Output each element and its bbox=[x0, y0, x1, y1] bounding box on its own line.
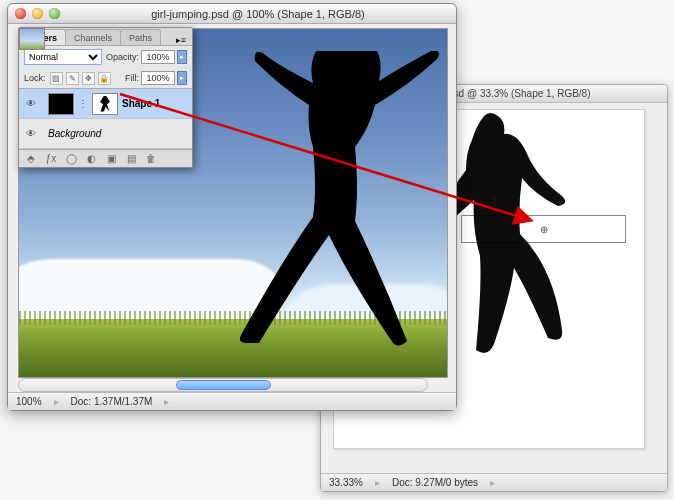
layer-thumbnail[interactable] bbox=[19, 28, 45, 50]
layer-row-shape[interactable]: 👁 ⋮ Shape 1 bbox=[19, 89, 192, 119]
zoom-button[interactable] bbox=[49, 8, 60, 19]
layer-name[interactable]: Shape 1 bbox=[122, 98, 160, 109]
blend-mode-select[interactable]: Normal bbox=[24, 49, 102, 65]
scrollbar-thumb[interactable] bbox=[176, 380, 271, 390]
close-button[interactable] bbox=[15, 8, 26, 19]
shape-silhouette bbox=[219, 51, 448, 378]
tab-paths[interactable]: Paths bbox=[120, 29, 161, 45]
opacity-stepper[interactable]: ▸ bbox=[177, 50, 187, 64]
lock-buttons: ▨ ✎ ✥ 🔒 bbox=[50, 72, 111, 85]
horizontal-scrollbar[interactable] bbox=[18, 378, 428, 392]
lock-label: Lock: bbox=[24, 73, 46, 83]
adjustment-layer-icon[interactable]: ◐ bbox=[84, 153, 98, 164]
visibility-toggle-icon[interactable]: 👁 bbox=[23, 96, 38, 111]
panel-footer: ⬘ ƒx ◯ ◐ ▣ ▤ 🗑 bbox=[19, 149, 192, 167]
opacity-label: Opacity: bbox=[106, 52, 139, 62]
fill-value[interactable]: 100% bbox=[141, 71, 175, 85]
window-title: girl-jumping.psd @ 100% (Shape 1, RGB/8) bbox=[60, 8, 456, 20]
new-layer-icon[interactable]: ▤ bbox=[124, 153, 138, 164]
layer-style-icon[interactable]: ƒx bbox=[44, 153, 58, 164]
layer-mask-icon[interactable]: ◯ bbox=[64, 153, 78, 164]
layer-row-background[interactable]: 👁 Background bbox=[19, 119, 192, 149]
visibility-toggle-icon[interactable]: 👁 bbox=[23, 126, 38, 141]
lock-transparency-icon[interactable]: ▨ bbox=[50, 72, 63, 85]
lock-position-icon[interactable]: ✥ bbox=[82, 72, 95, 85]
delete-layer-icon[interactable]: 🗑 bbox=[144, 153, 158, 164]
fill-label: Fill: bbox=[125, 73, 139, 83]
panel-menu-icon[interactable]: ▸≡ bbox=[170, 35, 192, 45]
fill-stepper[interactable]: ▸ bbox=[177, 71, 187, 85]
layer-name[interactable]: Background bbox=[48, 128, 101, 139]
status-bar: 100% ▸ Doc: 1.37M/1.37M ▸ bbox=[8, 392, 456, 410]
layers-panel[interactable]: Layers Channels Paths ▸≡ Normal Opacity:… bbox=[18, 27, 193, 168]
zoom-level[interactable]: 33.33% bbox=[329, 477, 363, 488]
vector-mask-thumbnail[interactable] bbox=[92, 93, 118, 115]
link-layers-icon[interactable]: ⬘ bbox=[24, 153, 38, 164]
zoom-level[interactable]: 100% bbox=[16, 396, 42, 407]
lock-paint-icon[interactable]: ✎ bbox=[66, 72, 79, 85]
lock-all-icon[interactable]: 🔒 bbox=[98, 72, 111, 85]
window-controls bbox=[15, 8, 60, 19]
layer-fill-thumbnail[interactable] bbox=[48, 93, 74, 115]
window-titlebar[interactable]: girl-jumping.psd @ 100% (Shape 1, RGB/8) bbox=[8, 4, 456, 24]
minimize-button[interactable] bbox=[32, 8, 43, 19]
document-size: Doc: 1.37M/1.37M bbox=[71, 396, 153, 407]
new-group-icon[interactable]: ▣ bbox=[104, 153, 118, 164]
tab-channels[interactable]: Channels bbox=[65, 29, 121, 45]
opacity-value[interactable]: 100% bbox=[141, 50, 175, 64]
status-bar: 33.33% ▸ Doc: 9.27M/0 bytes ▸ bbox=[321, 473, 667, 491]
vector-mask-link-icon[interactable]: ⋮ bbox=[78, 98, 88, 109]
document-size: Doc: 9.27M/0 bytes bbox=[392, 477, 478, 488]
